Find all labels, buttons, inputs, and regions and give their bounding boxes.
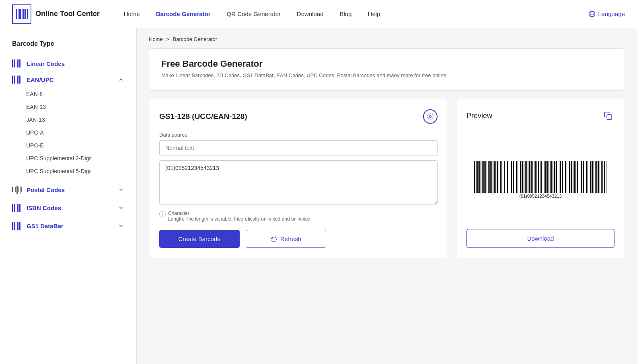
svg-rect-19 (17, 76, 18, 84)
download-button[interactable]: Download (466, 229, 614, 248)
breadcrumb-home[interactable]: Home (149, 36, 163, 42)
sidebar-group-gs1-header[interactable]: GS1 DataBar (0, 218, 136, 234)
svg-rect-105 (565, 161, 566, 193)
svg-rect-57 (494, 161, 495, 193)
svg-rect-45 (476, 161, 477, 193)
svg-rect-96 (551, 161, 552, 193)
sidebar-group-ean-upc-label: EAN/UPC (27, 76, 54, 83)
svg-rect-36 (14, 222, 15, 230)
svg-rect-37 (16, 222, 16, 230)
sidebar-subitem-ean8[interactable]: EAN-8 (0, 88, 136, 100)
generator-layout: GS1-128 (UCC/EAN-128) Data source (01)09… (149, 99, 625, 258)
svg-rect-102 (560, 161, 561, 193)
svg-rect-68 (510, 161, 510, 193)
svg-rect-86 (536, 161, 537, 193)
page-layout: Barcode Type Linear Codes (0, 28, 637, 364)
svg-rect-129 (601, 161, 602, 193)
svg-rect-87 (538, 161, 539, 193)
info-icon: i (159, 211, 166, 217)
svg-rect-58 (495, 161, 496, 193)
nav-home[interactable]: Home (124, 10, 140, 17)
copy-icon[interactable] (602, 109, 614, 122)
create-barcode-button[interactable]: Create Barcode (159, 230, 240, 248)
nav-blog[interactable]: Blog (340, 10, 352, 17)
nav-download[interactable]: Download (297, 10, 324, 17)
refresh-button[interactable]: Refresh (246, 230, 326, 248)
svg-rect-67 (509, 161, 509, 193)
svg-rect-80 (528, 161, 528, 193)
char-info-detail: Length: The length is variable, theoreti… (168, 216, 310, 222)
svg-rect-128 (600, 161, 600, 193)
svg-rect-93 (547, 161, 548, 193)
svg-rect-114 (579, 161, 579, 193)
svg-rect-48 (481, 161, 481, 193)
svg-rect-25 (16, 186, 18, 194)
svg-rect-107 (568, 161, 568, 193)
svg-rect-115 (580, 161, 580, 193)
page-subtitle: Make Linear Barcodes, 2D Codes, GS1 Data… (161, 72, 612, 78)
chevron-down-icon-gs1 (118, 223, 124, 229)
svg-point-41 (429, 116, 432, 118)
svg-rect-49 (482, 161, 483, 193)
svg-rect-123 (592, 161, 593, 193)
svg-rect-126 (596, 161, 597, 193)
barcode-data-textarea[interactable]: (01)09521234543213 (159, 160, 438, 204)
char-info-label: Character: (168, 211, 310, 216)
nav-qr-generator[interactable]: QR Code Generator (227, 10, 281, 17)
main-content: Home > Barcode Generator Free Barcode Ge… (137, 28, 637, 364)
svg-rect-95 (550, 161, 551, 193)
preview-title-row: Preview (466, 109, 614, 122)
preview-panel: Preview (456, 99, 625, 258)
svg-rect-132 (606, 161, 606, 193)
svg-rect-116 (581, 161, 582, 193)
svg-rect-3 (22, 9, 23, 19)
sidebar-group-ean-upc-header[interactable]: EAN/UPC (0, 72, 136, 88)
logo[interactable]: Online Tool Center (12, 4, 100, 24)
svg-rect-127 (598, 161, 599, 193)
svg-rect-119 (586, 161, 587, 193)
svg-rect-21 (21, 76, 21, 84)
svg-rect-0 (16, 9, 17, 19)
sidebar-subitem-upce[interactable]: UPC-E (0, 139, 136, 152)
svg-rect-38 (17, 222, 18, 230)
sidebar-subitem-upca[interactable]: UPC-A (0, 126, 136, 139)
svg-rect-72 (516, 161, 517, 193)
logo-icon (12, 4, 31, 24)
sidebar-group-postal-header[interactable]: Postal Codes (0, 182, 136, 198)
data-source-input[interactable] (159, 140, 438, 155)
svg-rect-118 (585, 161, 585, 193)
svg-rect-121 (589, 161, 589, 193)
svg-rect-13 (17, 59, 18, 67)
sidebar-subitem-upc-supp5[interactable]: UPC Supplemental 5-Digit (0, 165, 136, 178)
sidebar-item-linear-codes[interactable]: Linear Codes (0, 55, 136, 72)
svg-rect-75 (520, 161, 521, 193)
chevron-up-icon (118, 76, 124, 83)
svg-rect-51 (485, 161, 486, 193)
nav-help[interactable]: Help (368, 10, 380, 17)
svg-rect-5 (25, 9, 26, 19)
svg-rect-109 (571, 161, 572, 193)
svg-rect-131 (604, 161, 605, 193)
nav-barcode-generator[interactable]: Barcode Generator (156, 10, 211, 17)
svg-rect-79 (526, 161, 527, 193)
language-button[interactable]: Language (588, 10, 625, 18)
svg-rect-14 (18, 59, 20, 67)
svg-rect-73 (518, 161, 518, 193)
svg-rect-101 (559, 161, 559, 193)
sidebar-subitems-ean-upc: EAN-8 EAN-13 JAN-13 UPC-A UPC-E UPC Supp… (0, 88, 136, 180)
svg-rect-43 (607, 115, 612, 119)
svg-rect-17 (14, 76, 15, 84)
settings-icon[interactable] (423, 109, 438, 124)
breadcrumb: Home > Barcode Generator (149, 36, 625, 42)
sidebar-group-isbn-label: ISBN Codes (27, 204, 61, 211)
sidebar-subitem-upc-supp2[interactable]: UPC Supplemental 2-Digit (0, 152, 136, 165)
sidebar-subitem-ean13[interactable]: EAN-13 (0, 100, 136, 113)
svg-rect-117 (583, 161, 584, 193)
sidebar-subitem-jan13[interactable]: JAN-13 (0, 113, 136, 126)
svg-rect-62 (501, 161, 502, 193)
svg-rect-124 (594, 161, 594, 193)
sidebar: Barcode Type Linear Codes (0, 28, 137, 364)
sidebar-group-isbn-header[interactable]: ISBN Codes (0, 200, 136, 216)
svg-text:(01)09521234543213: (01)09521234543213 (519, 194, 561, 198)
svg-rect-104 (564, 161, 564, 193)
